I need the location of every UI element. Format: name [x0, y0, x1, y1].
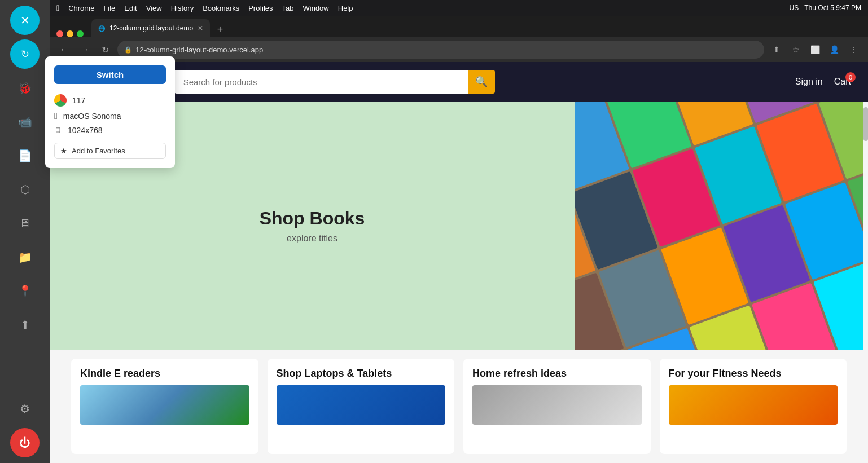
menu-help[interactable]: Help	[338, 4, 353, 12]
books-visual	[575, 102, 868, 350]
menu-file[interactable]: File	[103, 4, 115, 12]
product-card[interactable]: Kindle E readers	[71, 359, 258, 454]
video-button[interactable]: 📹	[10, 107, 40, 136]
card-title: For your Fitness Needs	[669, 368, 838, 380]
bookmark-icon[interactable]: ☆	[788, 42, 804, 58]
pin-button[interactable]: 📍	[10, 276, 40, 306]
card-title: Kindle E readers	[80, 368, 249, 380]
product-card[interactable]: Shop Laptops & Tablets	[268, 359, 455, 454]
folder-button[interactable]: 📁	[10, 242, 40, 272]
menu-history[interactable]: History	[171, 4, 194, 12]
hero-subtitle: explore titles	[287, 233, 337, 244]
chrome-version-item: 117	[54, 92, 166, 109]
scrollbar[interactable]	[863, 102, 868, 350]
back-button[interactable]: ←	[56, 42, 72, 58]
cube-button[interactable]: ⬡	[10, 175, 40, 204]
power-button[interactable]: ⏻	[10, 428, 40, 457]
bug-button[interactable]: 🐞	[10, 73, 40, 103]
browser-tab-active[interactable]: 🌐 12-column grid layout demo ✕	[91, 19, 210, 37]
switch-button[interactable]: Switch	[54, 65, 166, 84]
share-icon[interactable]: ⬆	[769, 42, 784, 58]
close-traffic-light[interactable]	[56, 30, 63, 37]
resolution-monitor-icon: 🖥	[54, 126, 62, 135]
product-card[interactable]: Home refresh ideas	[463, 359, 651, 454]
locale-indicator: US	[790, 4, 799, 12]
lock-icon: 🔒	[124, 46, 132, 54]
settings-button[interactable]: ⚙	[10, 394, 40, 424]
menu-bookmarks[interactable]: Bookmarks	[203, 4, 239, 12]
search-submit-button[interactable]: 🔍	[468, 70, 495, 94]
menu-chrome[interactable]: Chrome	[68, 4, 94, 12]
bottom-cards: Kindle E readers Shop Laptops & Tablets …	[50, 350, 868, 463]
macos-menu-left:  Chrome File Edit View History Bookmark…	[56, 3, 353, 12]
card-image	[277, 385, 446, 425]
profile-icon[interactable]: 👤	[826, 42, 842, 58]
menu-profiles[interactable]: Profiles	[248, 4, 273, 12]
macos-menu-right: US Thu Oct 5 9:47 PM	[790, 4, 861, 12]
url-text: 12-column-grid-layout-demo.vercel.app	[135, 46, 263, 54]
card-image	[472, 385, 642, 425]
upload-button[interactable]: ⬆	[10, 310, 40, 339]
add-favorites-label: Add to Favorites	[72, 147, 125, 155]
resolution-label: 1024x768	[68, 126, 103, 135]
browser-actions: ⬆ ☆ ⬜ 👤 ⋮	[769, 42, 861, 58]
menu-window[interactable]: Window	[303, 4, 329, 12]
tab-favicon: 🌐	[98, 25, 105, 32]
docs-button[interactable]: 📄	[10, 141, 40, 170]
reload-button[interactable]: ↻	[97, 42, 113, 58]
hero-right	[575, 102, 868, 350]
switch-dropdown: Switch 117  macOS Sonoma 🖥 1024x768 ★ A…	[45, 56, 175, 168]
fullscreen-traffic-light[interactable]	[77, 30, 84, 37]
hero-title: Shop Books	[260, 208, 365, 229]
datetime-label: Thu Oct 5 9:47 PM	[804, 4, 861, 12]
search-bar-wrapper: 🔍	[174, 70, 784, 94]
menu-view[interactable]: View	[146, 4, 162, 12]
star-icon: ★	[60, 147, 67, 155]
sync-button[interactable]: ↻	[10, 39, 40, 69]
tab-close-button[interactable]: ✕	[198, 24, 203, 32]
card-title: Home refresh ideas	[472, 368, 642, 380]
close-button[interactable]: ✕	[10, 6, 40, 35]
left-sidebar: ✕ ↻ 🐞 📹 📄 ⬡ 🖥 📁 📍 ⬆ ⚙ ⏻ Switch 117  mac…	[0, 0, 50, 463]
chrome-icon	[54, 94, 67, 107]
browser-tabs: 🌐 12-column grid layout demo ✕ +	[50, 16, 868, 37]
card-title: Shop Laptops & Tablets	[277, 368, 446, 380]
add-to-favorites-button[interactable]: ★ Add to Favorites	[54, 143, 166, 159]
minimize-traffic-light[interactable]	[67, 30, 73, 37]
more-options-icon[interactable]: ⋮	[845, 42, 861, 58]
apple-icon: 	[54, 111, 58, 121]
split-view-icon[interactable]: ⬜	[807, 42, 823, 58]
menu-tab[interactable]: Tab	[282, 4, 294, 12]
resolution-item: 🖥 1024x768	[54, 124, 166, 137]
product-card[interactable]: For your Fitness Needs	[660, 359, 847, 454]
cart-badge: 0	[845, 72, 856, 82]
forward-button[interactable]: →	[77, 42, 93, 58]
macos-menubar:  Chrome File Edit View History Bookmark…	[50, 0, 868, 16]
search-input[interactable]	[174, 70, 468, 94]
monitor-button[interactable]: 🖥	[10, 209, 40, 238]
os-item:  macOS Sonoma	[54, 109, 166, 124]
address-bar[interactable]: 🔒 12-column-grid-layout-demo.vercel.app	[117, 41, 764, 59]
card-image	[80, 385, 249, 425]
tab-title: 12-column grid layout demo	[109, 24, 193, 32]
new-tab-button[interactable]: +	[212, 21, 228, 37]
cart-button[interactable]: Cart 0	[834, 77, 851, 87]
menu-edit[interactable]: Edit	[124, 4, 137, 12]
card-image	[669, 385, 838, 425]
scrollbar-thumb	[863, 107, 868, 141]
site-header-actions: Sign in Cart 0	[795, 77, 851, 87]
traffic-lights	[56, 30, 84, 37]
os-name-label: macOS Sonoma	[63, 112, 121, 121]
sign-in-link[interactable]: Sign in	[795, 77, 823, 87]
chrome-version-label: 117	[72, 96, 85, 105]
apple-menu[interactable]: 	[56, 3, 59, 12]
